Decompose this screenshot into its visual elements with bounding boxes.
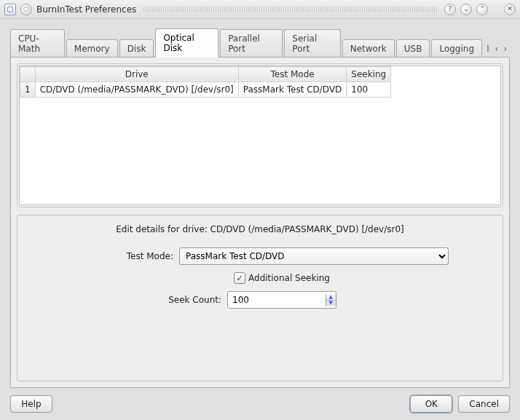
drive-table-panel: Drive Test Mode Seeking 1 CD/DVD (/media… [17, 63, 503, 207]
tab-disk[interactable]: Disk [119, 39, 154, 58]
drive-table: Drive Test Mode Seeking 1 CD/DVD (/media… [20, 66, 391, 98]
table-corner [20, 67, 36, 82]
tab-serial-port[interactable]: Serial Port [284, 29, 340, 58]
test-mode-select[interactable]: PassMark Test CD/DVD [179, 247, 449, 265]
col-header-test-mode[interactable]: Test Mode [238, 67, 347, 82]
tab-usb[interactable]: USB [396, 39, 430, 58]
drive-table-wrap: Drive Test Mode Seeking 1 CD/DVD (/media… [19, 66, 501, 205]
ok-button[interactable]: OK [410, 395, 452, 413]
tab-strip: CPU-Math Memory Disk Optical Disk Parall… [10, 28, 510, 57]
cell-drive: CD/DVD (/media/PASSMARK_DVD) [/dev/sr0] [35, 82, 238, 98]
seek-count-down[interactable]: ▼ [326, 300, 336, 306]
tab-cpu-math[interactable]: CPU-Math [10, 29, 65, 58]
tab-overflow-peek: I [484, 44, 492, 54]
tab-page-optical-disk: Drive Test Mode Seeking 1 CD/DVD (/media… [10, 57, 510, 388]
app-icon [4, 4, 16, 15]
tab-logging[interactable]: Logging [431, 39, 482, 58]
help-button[interactable]: ? [444, 4, 456, 15]
window-titlebar: ◌ BurnInTest Preferences ? ⌄ ⌃ ✕ [0, 0, 520, 19]
dialog-button-row: Help OK Cancel [10, 388, 510, 413]
seek-count-input[interactable] [228, 292, 326, 308]
edit-details-panel: Edit details for drive: CD/DVD (/media/P… [17, 215, 503, 381]
tab-overflow: I ‹ › [484, 44, 510, 57]
tab-parallel-port[interactable]: Parallel Port [220, 29, 283, 58]
edit-details-title: Edit details for drive: CD/DVD (/media/P… [25, 224, 495, 234]
tab-memory[interactable]: Memory [66, 39, 118, 58]
tab-scroll-right[interactable]: › [501, 44, 510, 54]
table-row[interactable]: 1 CD/DVD (/media/PASSMARK_DVD) [/dev/sr0… [20, 82, 391, 98]
cell-test-mode: PassMark Test CD/DVD [238, 82, 347, 98]
seek-count-label: Seek Count: [76, 295, 221, 305]
test-mode-label: Test Mode: [71, 251, 173, 261]
tab-network[interactable]: Network [342, 39, 395, 58]
col-header-seeking[interactable]: Seeking [347, 67, 391, 82]
cancel-button[interactable]: Cancel [458, 395, 510, 413]
window-title: BurnInTest Preferences [36, 4, 136, 15]
window-menu-button[interactable]: ◌ [20, 4, 32, 15]
cell-seeking: 100 [347, 82, 391, 98]
seek-count-up[interactable]: ▲ [326, 295, 336, 300]
seek-count-stepper[interactable]: ▲ ▼ [227, 291, 336, 309]
close-button[interactable]: ✕ [504, 4, 516, 15]
shade-button[interactable]: ⌄ [460, 4, 472, 15]
titlebar-decoration [143, 7, 437, 12]
additional-seeking-checkbox[interactable]: ✓ [234, 272, 245, 284]
help-button-bottom[interactable]: Help [10, 395, 52, 413]
row-number: 1 [20, 82, 36, 98]
tab-optical-disk[interactable]: Optical Disk [155, 28, 218, 58]
col-header-drive[interactable]: Drive [35, 67, 238, 82]
additional-seeking-label: Additional Seeking [248, 273, 330, 283]
maximize-button[interactable]: ⌃ [476, 4, 488, 15]
tab-scroll-left[interactable]: ‹ [492, 44, 501, 54]
